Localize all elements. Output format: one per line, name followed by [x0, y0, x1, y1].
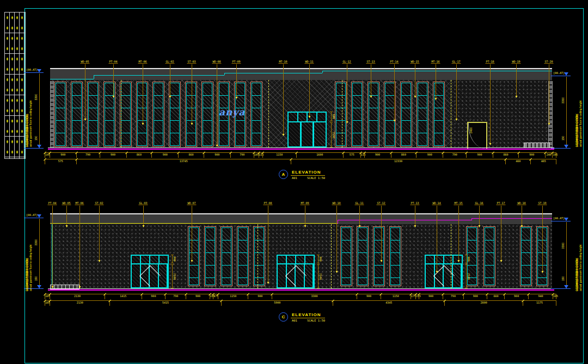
window-glass — [341, 227, 351, 285]
brand-logo-text: anya — [219, 107, 245, 118]
dimension-value: 900 — [466, 153, 493, 158]
entrance-door — [277, 255, 315, 288]
dimension-value: 4345 — [333, 301, 444, 306]
dimension-value: 2130 — [50, 301, 109, 306]
entrance-door — [131, 255, 169, 288]
ceiling-step-line — [471, 218, 552, 219]
window-panel — [201, 82, 213, 147]
dimension-value: 790 — [443, 153, 466, 158]
transom-cell — [426, 256, 435, 263]
finish-tag-label: GL-17 — [451, 60, 461, 64]
vertical-dim-line — [39, 73, 40, 148]
finish-tag-label: PT-13 — [410, 201, 419, 205]
finish-tag-leader — [381, 206, 382, 260]
ceiling-step-line — [338, 220, 338, 224]
window-glass — [358, 227, 367, 285]
dimension-value: 900 — [100, 153, 126, 158]
level-line — [24, 72, 44, 73]
dimension-value: 940 — [528, 294, 553, 299]
finish-tag-label: ST-20 — [544, 60, 553, 64]
vertical-dim-bottom: 150 — [34, 276, 38, 281]
finish-tag-leader — [305, 206, 305, 225]
finish-tag-arrow — [489, 143, 492, 145]
finish-tag-arrow — [370, 96, 372, 98]
elevation-bubble: C — [279, 312, 288, 322]
elevation-c-title: C ELEVATION A01 SCALE 1:50 — [279, 312, 325, 322]
window-glass — [252, 83, 261, 146]
ceiling-step-line — [224, 73, 322, 73]
finish-tag-leader — [336, 206, 337, 271]
finish-tag-label: PT-14 — [389, 60, 399, 64]
finish-tag-leader — [437, 206, 437, 271]
dimension-chain: 1459007909008609008609007901451151150160… — [45, 152, 556, 158]
side-note-zh: 实际客房完成面至天花高度 — [25, 231, 29, 291]
finish-tag-label: MT-15 — [454, 201, 463, 205]
finish-tag-arrow — [336, 271, 338, 273]
window-panel — [483, 226, 495, 286]
finish-tag-leader — [143, 64, 143, 123]
finish-tag-leader — [347, 64, 347, 121]
finish-tag-arrow — [143, 225, 145, 227]
baseline-magenta — [48, 289, 554, 291]
dimension-value: 860 — [126, 153, 152, 158]
finish-tag-label: ST-03 — [187, 60, 196, 64]
finish-tag-leader — [79, 206, 80, 286]
finish-tag-label: WD-18 — [517, 201, 526, 205]
window-glass — [72, 83, 82, 146]
window-panel — [335, 82, 347, 147]
window-panel — [433, 82, 445, 147]
dimension-value: 575 — [343, 153, 360, 158]
side-note-en: actual guestroom floor to ceiling height — [579, 231, 582, 291]
finish-tag-label: WD-19 — [511, 60, 520, 64]
dimension-value: 900 — [419, 294, 442, 299]
window-glass — [385, 83, 395, 146]
finish-tag-leader — [192, 206, 192, 260]
window-panel — [416, 82, 428, 147]
finish-tag-leader — [268, 206, 268, 282]
elevation-a: anya 900 2100 2400 145900790900860900860… — [48, 59, 554, 184]
finish-tag-arrow — [113, 96, 115, 98]
swing-door: 2400 — [467, 122, 487, 150]
window-glass — [121, 83, 131, 146]
window-panel — [373, 226, 385, 286]
finish-tag-arrow — [191, 123, 193, 125]
finish-tag-arrow — [479, 225, 481, 227]
window-panel — [357, 226, 369, 286]
door-dim: 900 — [172, 255, 173, 263]
vertical-dim-bottom: 150 — [561, 276, 565, 281]
dimension-value: 900 — [248, 294, 271, 299]
finish-tag-arrow — [435, 98, 437, 100]
window-panel — [237, 226, 249, 286]
finish-tag-leader — [236, 64, 237, 97]
finish-tag-leader — [490, 64, 491, 143]
finish-tag-label: ST-13 — [366, 60, 375, 64]
dimension-chain-overall: 5751374512330460465 — [45, 159, 556, 164]
match-line — [258, 224, 258, 288]
level-line — [24, 148, 44, 149]
window-glass — [88, 83, 98, 146]
dimension-value: 1600 — [296, 153, 343, 158]
finish-tag-label: GL-12 — [342, 60, 351, 64]
window-glass — [205, 227, 215, 285]
level-label: [00.AT] — [553, 217, 565, 220]
ceiling-step-line — [322, 71, 552, 71]
door-transom — [426, 256, 462, 264]
level-line — [551, 76, 571, 76]
window-panel — [204, 226, 216, 286]
scale-note: SCALE 1:50 — [307, 176, 325, 180]
finish-tag-leader — [542, 206, 543, 271]
finish-tag-label: MT-06 — [138, 60, 147, 64]
finish-tag-label: WD-05 — [62, 201, 71, 205]
level-line — [551, 221, 571, 221]
finish-tag-arrow — [456, 119, 458, 121]
window-panel — [188, 226, 200, 286]
finish-tag-arrow — [394, 120, 396, 122]
finish-tag-leader — [394, 64, 395, 120]
match-line — [342, 80, 342, 147]
elevation-title: ELEVATION — [291, 312, 325, 318]
transom-cell — [444, 256, 454, 263]
finish-tag-label: MT-10 — [278, 60, 287, 64]
finish-tag-leader — [436, 64, 436, 98]
dimension-value: 13745 — [76, 159, 291, 164]
dimension-value: 460 — [505, 159, 530, 164]
